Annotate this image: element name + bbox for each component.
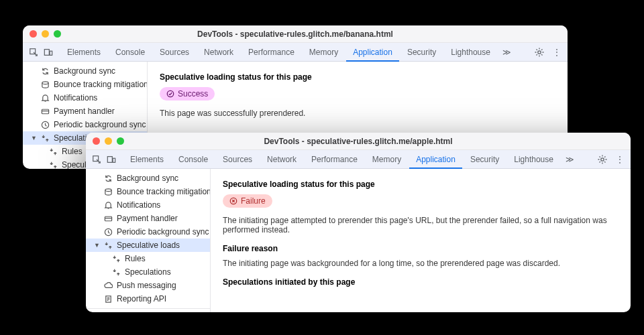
sidebar-item-background-sync[interactable]: Background sync bbox=[23, 64, 147, 78]
sidebar-label: Notifications bbox=[117, 200, 160, 210]
device-toolbar-icon[interactable] bbox=[43, 47, 54, 58]
disclosure-triangle-icon[interactable]: ▼ bbox=[31, 135, 36, 141]
sidebar-label: Background sync bbox=[54, 66, 115, 76]
svg-rect-5 bbox=[42, 109, 48, 114]
tab-performance[interactable]: Performance bbox=[305, 150, 364, 169]
close-button[interactable] bbox=[93, 137, 100, 145]
status-body: This page was successfully prerendered. bbox=[160, 109, 555, 118]
devtools-tabbar: Elements Console Sources Network Perform… bbox=[23, 43, 568, 62]
sidebar-item-payment-handler[interactable]: Payment handler bbox=[86, 212, 210, 225]
device-toolbar-icon[interactable] bbox=[106, 154, 117, 165]
tab-memory[interactable]: Memory bbox=[303, 43, 345, 62]
more-tabs[interactable]: ≫ bbox=[498, 48, 515, 57]
inspect-icon[interactable] bbox=[28, 47, 39, 58]
tab-network[interactable]: Network bbox=[260, 150, 303, 169]
tab-sources[interactable]: Sources bbox=[216, 150, 259, 169]
tab-performance[interactable]: Performance bbox=[241, 43, 301, 62]
sidebar-section-frames: Frames bbox=[86, 308, 210, 312]
status-heading: Speculative loading status for this page bbox=[160, 72, 555, 82]
sidebar-label: Periodic background sync bbox=[117, 227, 209, 237]
sidebar-item-periodic-sync[interactable]: Periodic background sync bbox=[86, 225, 210, 239]
sidebar-label: Notifications bbox=[54, 93, 97, 103]
sidebar-label: Background sync bbox=[117, 174, 178, 183]
settings-icon[interactable] bbox=[597, 154, 608, 165]
sidebar-item-speculative-loads[interactable]: ▼Speculative loads bbox=[86, 239, 210, 252]
sidebar-item-bounce-tracking[interactable]: Bounce tracking mitigations bbox=[86, 185, 210, 198]
more-tabs[interactable]: ≫ bbox=[561, 155, 578, 164]
check-circle-icon bbox=[166, 90, 174, 98]
sidebar-item-speculations[interactable]: Speculations bbox=[86, 265, 210, 279]
titlebar: DevTools - speculative-rules.glitch.me/b… bbox=[23, 25, 568, 43]
tab-elements[interactable]: Elements bbox=[123, 150, 170, 169]
window-title: DevTools - speculative-rules.glitch.me/b… bbox=[23, 29, 568, 39]
sidebar-item-periodic-sync[interactable]: Periodic background sync bbox=[23, 118, 147, 131]
zoom-button[interactable] bbox=[54, 30, 61, 38]
sidebar-item-background-sync[interactable]: Background sync bbox=[86, 172, 210, 185]
tab-console[interactable]: Console bbox=[172, 150, 215, 169]
sidebar-item-notifications[interactable]: Notifications bbox=[86, 198, 210, 212]
sidebar-label: Bounce tracking mitigations bbox=[117, 187, 211, 196]
status-badge-failure: Failure bbox=[223, 194, 272, 208]
tab-memory[interactable]: Memory bbox=[366, 150, 408, 169]
tab-application[interactable]: Application bbox=[346, 43, 399, 62]
svg-point-4 bbox=[42, 81, 48, 84]
traffic-lights bbox=[30, 30, 61, 38]
sidebar-item-notifications[interactable]: Notifications bbox=[23, 91, 147, 105]
svg-rect-13 bbox=[105, 216, 111, 221]
failure-reason-heading: Failure reason bbox=[223, 244, 619, 253]
sidebar-label: Payment handler bbox=[54, 107, 115, 116]
kebab-icon[interactable]: ⋮ bbox=[551, 47, 562, 58]
badge-text: Success bbox=[178, 89, 208, 98]
svg-point-12 bbox=[105, 188, 111, 191]
svg-point-11 bbox=[601, 157, 604, 160]
sidebar-item-bounce-tracking[interactable]: Bounce tracking mitigations bbox=[23, 78, 147, 91]
settings-icon[interactable] bbox=[534, 47, 545, 58]
sidebar-label: Payment handler bbox=[117, 214, 178, 223]
svg-rect-2 bbox=[50, 51, 52, 55]
svg-point-3 bbox=[538, 50, 541, 53]
tab-network[interactable]: Network bbox=[197, 43, 240, 62]
failure-reason-body: The initiating page was backgrounded for… bbox=[223, 259, 619, 268]
inspect-icon[interactable] bbox=[91, 154, 102, 165]
minimize-button[interactable] bbox=[42, 30, 49, 38]
tab-application[interactable]: Application bbox=[409, 150, 462, 169]
sidebar-item-reporting-api[interactable]: Reporting API bbox=[86, 292, 210, 306]
sidebar-label: Rules bbox=[125, 254, 146, 263]
tab-lighthouse[interactable]: Lighthouse bbox=[444, 43, 497, 62]
sidebar-label: Speculative loads bbox=[117, 241, 180, 250]
sidebar-item-payment-handler[interactable]: Payment handler bbox=[23, 105, 147, 118]
sidebar-item-push-messaging[interactable]: Push messaging bbox=[86, 279, 210, 292]
svg-rect-9 bbox=[107, 156, 112, 162]
svg-rect-10 bbox=[113, 158, 115, 162]
minimize-button[interactable] bbox=[105, 137, 112, 145]
sidebar-item-rules[interactable]: Rules bbox=[86, 252, 210, 265]
tab-lighthouse[interactable]: Lighthouse bbox=[507, 150, 560, 169]
badge-text: Failure bbox=[241, 196, 266, 206]
close-button[interactable] bbox=[30, 30, 37, 38]
status-body: The initiating page attempted to prerend… bbox=[223, 216, 619, 234]
svg-rect-1 bbox=[44, 49, 49, 55]
traffic-lights bbox=[93, 137, 124, 145]
tab-security[interactable]: Security bbox=[464, 150, 506, 169]
sidebar-label: Periodic background sync bbox=[54, 120, 146, 129]
sidebar-label: Reporting API bbox=[117, 294, 166, 304]
tab-sources[interactable]: Sources bbox=[153, 43, 196, 62]
titlebar: DevTools - speculative-rules.glitch.me/a… bbox=[86, 133, 631, 150]
tab-elements[interactable]: Elements bbox=[60, 43, 107, 62]
devtools-tabbar: Elements Console Sources Network Perform… bbox=[86, 150, 631, 169]
status-heading: Speculative loading status for this page bbox=[223, 180, 619, 189]
window-title: DevTools - speculative-rules.glitch.me/a… bbox=[86, 137, 631, 146]
sidebar-label: Push messaging bbox=[117, 281, 176, 290]
devtools-window-apple: DevTools - speculative-rules.glitch.me/a… bbox=[86, 133, 631, 312]
sidebar-label: Bounce tracking mitigations bbox=[54, 80, 148, 89]
sidebar-label: Rules bbox=[62, 147, 83, 156]
tab-security[interactable]: Security bbox=[400, 43, 443, 62]
status-badge-success: Success bbox=[160, 87, 215, 100]
zoom-button[interactable] bbox=[117, 137, 124, 145]
disclosure-triangle-icon[interactable]: ▼ bbox=[94, 242, 99, 249]
speculations-heading: Speculations initiated by this page bbox=[223, 277, 619, 287]
tab-console[interactable]: Console bbox=[109, 43, 152, 62]
kebab-icon[interactable]: ⋮ bbox=[614, 154, 625, 165]
application-sidebar: Background sync Bounce tracking mitigati… bbox=[86, 169, 211, 312]
sidebar-label: Speculations bbox=[125, 267, 171, 277]
